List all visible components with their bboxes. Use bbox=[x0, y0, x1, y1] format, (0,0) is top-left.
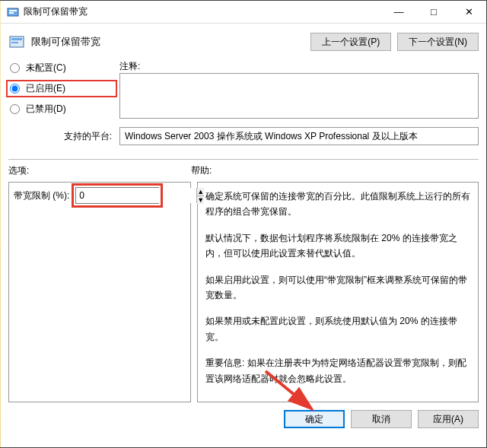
help-paragraph: 重要信息: 如果在注册表中为特定网络适配器设置带宽限制，则配置该网络适配器时就会… bbox=[205, 355, 470, 386]
apply-button[interactable]: 应用(A) bbox=[418, 410, 479, 428]
radio-not-configured-label: 未配置(C) bbox=[26, 62, 66, 75]
header-title: 限制可保留带宽 bbox=[31, 35, 100, 49]
help-panel: 确定系统可保留的连接带宽的百分比。此值限制系统上运行的所有程序的组合带宽保留。 … bbox=[197, 182, 479, 402]
ok-button[interactable]: 确定 bbox=[284, 410, 345, 428]
dialog-buttons: 确定 取消 应用(A) bbox=[8, 402, 479, 428]
spinner-buttons: ▲ ▼ bbox=[196, 188, 204, 203]
spin-down-button[interactable]: ▼ bbox=[197, 196, 204, 204]
svg-rect-2 bbox=[9, 12, 14, 14]
top-grid: 未配置(C) 已启用(E) 已禁用(D) 注释: 支持的平台: Windows … bbox=[8, 59, 479, 151]
lower-row: 带宽限制 (%): ▲ ▼ 确定系统可保留的连接带宽的百分比。此值限制系统上运行… bbox=[8, 182, 479, 402]
state-radio-group: 未配置(C) 已启用(E) 已禁用(D) bbox=[8, 59, 115, 116]
help-paragraph: 如果禁用或未配置此设置，则系统使用默认值为 20% 的连接带宽。 bbox=[205, 313, 470, 345]
dialog-window: 限制可保留带宽 — □ ✕ 限制可保留带宽 上一个设置(P) 下一个设置(N) … bbox=[0, 0, 487, 448]
apply-button-label: 应用(A) bbox=[433, 413, 463, 426]
svg-rect-4 bbox=[11, 38, 22, 40]
window-buttons: — □ ✕ bbox=[381, 1, 486, 23]
spin-up-button[interactable]: ▲ bbox=[197, 188, 204, 196]
radio-enabled-input[interactable] bbox=[10, 84, 20, 94]
ok-button-label: 确定 bbox=[305, 413, 323, 426]
prev-setting-label: 上一个设置(P) bbox=[322, 36, 380, 49]
radio-disabled-input[interactable] bbox=[10, 104, 20, 114]
radio-not-configured[interactable]: 未配置(C) bbox=[8, 62, 115, 75]
cancel-button[interactable]: 取消 bbox=[351, 410, 412, 428]
dialog-body: 限制可保留带宽 上一个设置(P) 下一个设置(N) 未配置(C) 已启用(E) … bbox=[1, 24, 486, 447]
help-paragraph: 如果启用此设置，则可以使用“带宽限制”框来调整系统可保留的带宽数量。 bbox=[205, 272, 470, 303]
comment-area: 注释: bbox=[119, 59, 479, 121]
help-paragraph: 确定系统可保留的连接带宽的百分比。此值限制系统上运行的所有程序的组合带宽保留。 bbox=[205, 189, 470, 220]
help-label: 帮助: bbox=[191, 164, 479, 177]
minimize-button[interactable]: — bbox=[381, 1, 416, 23]
close-button[interactable]: ✕ bbox=[451, 1, 486, 23]
svg-rect-1 bbox=[9, 10, 17, 11]
radio-disabled[interactable]: 已禁用(D) bbox=[8, 103, 115, 116]
radio-disabled-label: 已禁用(D) bbox=[26, 103, 66, 116]
header-row: 限制可保留带宽 上一个设置(P) 下一个设置(N) bbox=[8, 28, 479, 59]
bandwidth-option: 带宽限制 (%): ▲ ▼ bbox=[14, 187, 186, 204]
section-labels: 选项: 帮助: bbox=[8, 164, 479, 177]
options-label: 选项: bbox=[8, 164, 191, 177]
app-icon bbox=[7, 6, 19, 18]
policy-icon bbox=[8, 33, 25, 50]
radio-not-configured-input[interactable] bbox=[10, 63, 20, 73]
title-bar: 限制可保留带宽 — □ ✕ bbox=[1, 1, 486, 24]
prev-setting-button[interactable]: 上一个设置(P) bbox=[310, 33, 391, 51]
cancel-button-label: 取消 bbox=[372, 413, 390, 426]
next-setting-button[interactable]: 下一个设置(N) bbox=[397, 33, 479, 51]
left-decoration bbox=[0, 1, 1, 447]
bandwidth-label: 带宽限制 (%): bbox=[14, 189, 69, 202]
next-setting-label: 下一个设置(N) bbox=[409, 36, 467, 49]
radio-enabled-label: 已启用(E) bbox=[26, 82, 65, 95]
comment-label: 注释: bbox=[119, 59, 479, 73]
divider bbox=[8, 159, 479, 160]
comment-textarea[interactable] bbox=[119, 73, 479, 119]
svg-rect-5 bbox=[11, 42, 18, 43]
platform-value: Windows Server 2003 操作系统或 Windows XP Pro… bbox=[119, 127, 479, 145]
options-panel: 带宽限制 (%): ▲ ▼ bbox=[8, 182, 191, 402]
window-title: 限制可保留带宽 bbox=[24, 5, 88, 18]
radio-enabled[interactable]: 已启用(E) bbox=[8, 82, 115, 95]
bandwidth-spinner[interactable]: ▲ ▼ bbox=[75, 187, 159, 204]
title-bar-left: 限制可保留带宽 bbox=[7, 5, 88, 18]
platform-label: 支持的平台: bbox=[8, 127, 115, 143]
help-paragraph: 默认情况下，数据包计划程序将系统限制在 20% 的连接带宽之内，但可以使用此设置… bbox=[205, 230, 470, 262]
bandwidth-input[interactable] bbox=[76, 188, 196, 203]
maximize-button[interactable]: □ bbox=[416, 1, 451, 23]
